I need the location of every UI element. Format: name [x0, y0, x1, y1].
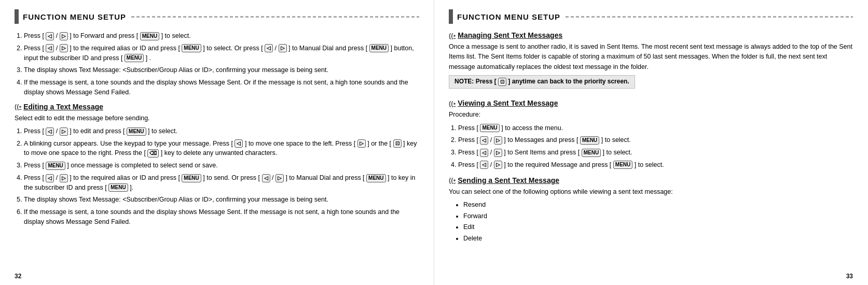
viewing-step-4: Press [ ◁ / ▷ ] to the required Message …: [458, 160, 853, 170]
sending-subsection: ((• Sending a Sent Text Message You can …: [449, 176, 853, 244]
right-page-number: 33: [846, 273, 853, 280]
left-header-title: FUNCTION MENU SETUP: [23, 12, 126, 21]
left-section-header: FUNCTION MENU SETUP: [15, 9, 419, 24]
viewing-title: ((• Viewing a Sent Text Message: [449, 99, 853, 107]
left-page: FUNCTION MENU SETUP Press [ ◁ / ▷ ] to F…: [0, 0, 434, 285]
header-line-right: [566, 16, 853, 18]
intro-step-3: The display shows Text Message: <Subscri…: [24, 65, 419, 75]
intro-step-1: Press [ ◁ / ▷ ] to Forward and press [ M…: [24, 31, 419, 41]
editing-step-1: Press [ ◁ / ▷ ] to edit and press [ MENU…: [24, 126, 419, 136]
wave-icon-editing: ((•: [15, 103, 21, 110]
editing-steps-list: Press [ ◁ / ▷ ] to edit and press [ MENU…: [24, 126, 419, 227]
header-bar-left: [15, 9, 19, 24]
editing-subsection: ((• Editing a Text Message Select edit t…: [15, 103, 419, 227]
intro-step-2: Press [ ◁ / ▷ ] to the required alias or…: [24, 44, 419, 63]
header-line-left: [131, 16, 419, 18]
sending-options-list: Resend Forward Edit Delete: [463, 200, 853, 244]
editing-step-2: A blinking cursor appears. Use the keypa…: [24, 139, 419, 159]
right-page: FUNCTION MENU SETUP ((• Managing Sent Te…: [434, 0, 867, 285]
viewing-step-2: Press [ ◁ / ▷ ] to Messages and press [ …: [458, 135, 853, 145]
managing-note: NOTE: Press [ ⊡ ] anytime can back to th…: [449, 75, 635, 89]
wave-icon-viewing: ((•: [449, 99, 456, 107]
right-header-title: FUNCTION MENU SETUP: [457, 12, 560, 21]
wave-icon-sending: ((•: [449, 176, 456, 184]
wave-icon-managing: ((•: [449, 32, 456, 39]
managing-subsection: ((• Managing Sent Text Messages Once a m…: [449, 31, 853, 93]
editing-step-5: The display shows Text Message: <Subscri…: [24, 195, 419, 205]
sending-option-delete: Delete: [463, 234, 853, 244]
editing-title: ((• Editing a Text Message: [15, 103, 419, 111]
viewing-procedure-label: Procedure:: [449, 110, 853, 120]
viewing-subsection: ((• Viewing a Sent Text Message Procedur…: [449, 99, 853, 169]
sending-body: You can select one of the following opti…: [449, 187, 853, 197]
managing-title: ((• Managing Sent Text Messages: [449, 31, 853, 39]
editing-step-4: Press [ ◁ / ▷ ] to the required alias or…: [24, 173, 419, 193]
right-section-header: FUNCTION MENU SETUP: [449, 9, 853, 24]
left-page-number: 32: [15, 273, 21, 280]
sending-title: ((• Sending a Sent Text Message: [449, 176, 853, 184]
intro-steps-list: Press [ ◁ / ▷ ] to Forward and press [ M…: [24, 31, 419, 97]
editing-step-6: If the message is sent, a tone sounds an…: [24, 207, 419, 227]
editing-intro: Select edit to edit the message before s…: [15, 113, 419, 123]
intro-step-4: If the message is sent, a tone sounds an…: [24, 78, 419, 97]
sending-option-forward: Forward: [463, 211, 853, 221]
header-bar-right: [449, 9, 453, 24]
viewing-step-1: Press [ MENU ] to access the menu.: [458, 123, 853, 133]
sending-option-edit: Edit: [463, 222, 853, 232]
sending-option-resend: Resend: [463, 200, 853, 210]
viewing-steps-list: Press [ MENU ] to access the menu. Press…: [458, 123, 853, 170]
viewing-step-3: Press [ ◁ / ▷ ] to Sent Items and press …: [458, 148, 853, 158]
editing-step-3: Press [ MENU ] once message is completed…: [24, 161, 419, 170]
managing-body: Once a message is sent to another radio,…: [449, 42, 853, 72]
